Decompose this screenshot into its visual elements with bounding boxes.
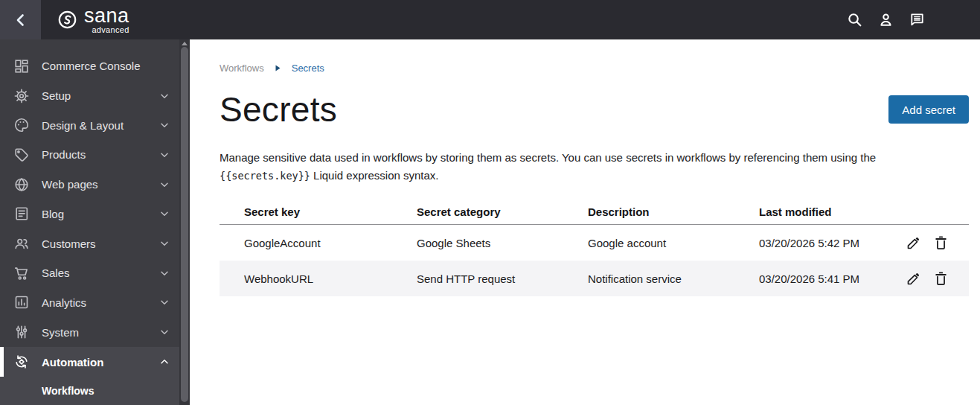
sidebar-item-label: Sales xyxy=(42,267,158,279)
chevron-left-icon xyxy=(12,11,30,29)
sidebar-item-sales[interactable]: Sales xyxy=(0,258,190,288)
description-text-before: Manage sensitive data used in workflows … xyxy=(220,151,876,164)
sidebar-item-label: Web pages xyxy=(42,178,158,191)
user-account-button[interactable] xyxy=(877,11,894,29)
automation-icon xyxy=(13,354,30,370)
sidebar-item-label: Blog xyxy=(42,208,158,220)
sidebar-item-customers[interactable]: Customers xyxy=(0,229,190,258)
chevron-up-icon xyxy=(158,356,170,368)
search-icon xyxy=(846,11,863,28)
cell-secret-key: WebhookURL xyxy=(244,272,417,285)
gear-icon xyxy=(13,88,30,104)
active-indicator-bar xyxy=(0,347,4,377)
cell-description: Google account xyxy=(588,237,759,249)
cell-secret-key: GoogleAccount xyxy=(244,237,417,249)
cart-icon xyxy=(13,265,30,281)
chevron-down-icon xyxy=(158,149,170,161)
scroll-up-arrow-icon xyxy=(182,42,188,45)
row-actions xyxy=(900,235,969,251)
sidebar-item-analytics[interactable]: Analytics xyxy=(0,288,190,318)
sliders-icon xyxy=(13,324,30,340)
sidebar-item-label: Automation xyxy=(42,356,158,369)
page-title: Secrets xyxy=(220,89,337,130)
chat-icon xyxy=(909,11,926,28)
logo-text: sana advanced xyxy=(84,6,129,34)
cell-secret-category: Google Sheets xyxy=(417,237,588,249)
column-header-secret-key: Secret key xyxy=(244,205,417,218)
description-text-after: Liquid expression syntax. xyxy=(310,169,439,182)
table-row: GoogleAccount Google Sheets Google accou… xyxy=(220,225,969,261)
cell-last-modified: 03/20/2026 5:41 PM xyxy=(759,272,900,285)
page-description: Manage sensitive data used in workflows … xyxy=(220,149,969,185)
tag-icon xyxy=(13,147,30,163)
sidebar-item-products[interactable]: Products xyxy=(0,140,190,170)
sidebar-item-setup[interactable]: Setup xyxy=(0,81,190,111)
app-window: sana advanced xyxy=(0,0,980,405)
sidebar-active-section: Automation Workflows xyxy=(0,347,190,405)
sidebar-item-web-pages[interactable]: Web pages xyxy=(0,170,190,200)
delete-button[interactable] xyxy=(932,270,949,287)
breadcrumb: Workflows Secrets xyxy=(220,63,969,74)
table-row: WebhookURL Send HTTP request Notificatio… xyxy=(220,261,969,296)
chevron-down-icon xyxy=(158,326,170,338)
sidebar-item-design-layout[interactable]: Design & Layout xyxy=(0,110,190,140)
chevron-down-icon xyxy=(158,90,170,102)
delete-button[interactable] xyxy=(932,235,949,251)
chevron-down-icon xyxy=(158,179,170,191)
main-content: Workflows Secrets Secrets Add secret Man… xyxy=(190,39,980,405)
sana-logo: sana advanced xyxy=(57,6,129,34)
cell-secret-category: Send HTTP request xyxy=(417,272,588,285)
logo-name: sana xyxy=(84,6,129,25)
sidebar-item-system[interactable]: System xyxy=(0,317,190,347)
secrets-table: Secret key Secret category Description L… xyxy=(220,200,969,296)
sidebar-item-label: Products xyxy=(42,148,158,161)
feedback-button[interactable] xyxy=(908,11,926,29)
chevron-down-icon xyxy=(158,296,170,308)
sidebar-scrollbar[interactable] xyxy=(179,39,190,405)
chevron-down-icon xyxy=(158,237,170,249)
back-button[interactable] xyxy=(0,0,41,39)
row-actions xyxy=(900,270,969,287)
sidebar-item-label: System xyxy=(42,326,158,339)
pencil-icon xyxy=(906,235,921,251)
sidebar: Commerce Console Setup Design & Layout P… xyxy=(0,39,190,405)
sidebar-item-blog[interactable]: Blog xyxy=(0,200,190,229)
table-header-row: Secret key Secret category Description L… xyxy=(220,200,969,225)
topbar: sana advanced xyxy=(0,0,980,39)
sidebar-subitem-label: Workflows xyxy=(42,385,95,397)
breadcrumb-secrets: Secrets xyxy=(292,63,324,74)
trash-icon xyxy=(933,235,949,251)
title-row: Secrets Add secret xyxy=(220,89,969,130)
sidebar-item-commerce-console[interactable]: Commerce Console xyxy=(0,51,190,81)
globe-icon xyxy=(13,176,30,193)
add-secret-button[interactable]: Add secret xyxy=(888,95,969,124)
search-button[interactable] xyxy=(845,11,863,29)
logo-tagline: advanced xyxy=(92,25,129,34)
edit-button[interactable] xyxy=(905,235,921,251)
sidebar-item-label: Setup xyxy=(42,89,158,102)
palette-icon xyxy=(13,117,30,133)
column-header-last-modified: Last modified xyxy=(759,205,900,218)
sidebar-subitem-workflows[interactable]: Workflows xyxy=(0,377,190,405)
trash-icon xyxy=(933,271,949,287)
chevron-down-icon xyxy=(158,208,170,220)
scrollbar-thumb[interactable] xyxy=(181,47,188,402)
blog-icon xyxy=(13,205,30,222)
topbar-icons xyxy=(845,11,926,29)
edit-button[interactable] xyxy=(905,270,921,287)
sidebar-item-automation[interactable]: Automation xyxy=(0,347,190,377)
description-code: {{secrets.key}} xyxy=(220,170,310,182)
breadcrumb-workflows[interactable]: Workflows xyxy=(220,63,264,74)
sidebar-item-label: Commerce Console xyxy=(42,60,170,72)
analytics-icon xyxy=(13,294,30,310)
breadcrumb-separator-icon xyxy=(275,65,281,71)
column-header-description: Description xyxy=(588,205,759,218)
chevron-down-icon xyxy=(158,267,170,279)
cell-description: Notification service xyxy=(588,272,759,285)
cell-last-modified: 03/20/2026 5:42 PM xyxy=(759,237,900,249)
dashboard-icon xyxy=(13,58,30,74)
sana-logo-mark-icon xyxy=(57,10,77,30)
pencil-icon xyxy=(906,271,921,287)
sidebar-item-label: Analytics xyxy=(42,296,158,309)
sidebar-item-label: Customers xyxy=(42,237,158,250)
